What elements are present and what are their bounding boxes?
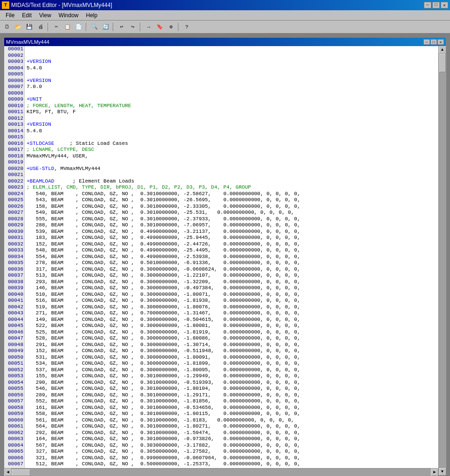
line-number: 00066: [4, 455, 24, 462]
line-number: 00051: [4, 360, 24, 367]
code-line: 155, BEAM , CONLOAD, GZ, NO , 0.30100000…: [27, 373, 436, 380]
h-scrollbar[interactable]: ◀ ▶: [4, 468, 438, 476]
code-line: 146, BEAM , CONLOAD, GZ, NO , 0.30000000…: [27, 285, 436, 292]
menu-file[interactable]: File: [2, 11, 18, 20]
h-scroll-track[interactable]: [12, 469, 431, 476]
line-number: 00029: [4, 222, 24, 229]
tb-save[interactable]: 💾: [24, 22, 34, 32]
tb-replace[interactable]: 🔄: [101, 22, 111, 32]
code-line: 278, BEAM , CONLOAD, GZ, NO , 0.50100000…: [27, 260, 436, 266]
app-icon: T: [2, 1, 9, 9]
line-number: 00056: [4, 392, 24, 399]
line-number: 00016: [4, 141, 24, 147]
code-line: 5.4.0: [27, 65, 436, 72]
v-scroll-down[interactable]: ▼: [439, 468, 446, 476]
code-line: 539, BEAM , CONLOAD, GZ, NO , 0.49900000…: [27, 229, 436, 235]
menu-edit[interactable]: Edit: [18, 11, 35, 20]
minimize-button[interactable]: ─: [424, 2, 431, 8]
tb-print[interactable]: 🖨: [35, 22, 46, 32]
line-number: 00023: [4, 184, 24, 191]
tb-help[interactable]: ?: [182, 22, 192, 32]
line-number: 00063: [4, 436, 24, 442]
line-number: 00001: [4, 46, 24, 53]
line-number: 00041: [4, 298, 24, 304]
menu-view[interactable]: View: [35, 11, 55, 20]
code-line: [27, 134, 436, 141]
code-line: 152, BEAM , CONLOAD, GZ, NO , 0.49900000…: [27, 241, 436, 248]
code-line: KIPS, FT, BTU, F: [27, 109, 436, 116]
h-scroll-thumb[interactable]: [12, 469, 30, 476]
tb-bookmark[interactable]: 🔖: [155, 22, 165, 32]
menu-bar: File Edit View Window Help: [0, 10, 450, 20]
line-number: 00061: [4, 423, 24, 430]
code-line: 549, BEAM , CONLOAD, GZ, NO , 0.30100000…: [27, 210, 436, 216]
inner-close-btn[interactable]: ✕: [437, 39, 444, 45]
line-number: 00039: [4, 285, 24, 292]
v-scroll-thumb[interactable]: [439, 54, 446, 72]
code-line: 564, BEAM , CONLOAD, GZ, NO , 0.30100000…: [27, 423, 436, 430]
line-number: 00043: [4, 310, 24, 317]
code-line: 513, BEAM , CONLOAD, GZ, NO , 0.30000000…: [27, 272, 436, 279]
code-line: 183, BEAM , CONLOAD, GZ, NO , 0.49900000…: [27, 235, 436, 241]
tb-paste[interactable]: 📄: [74, 22, 84, 32]
line-number: 00058: [4, 405, 24, 411]
code-line: [27, 116, 436, 122]
inner-title-text: MVmaxMVLMy444: [6, 39, 49, 45]
code-line: 543, BEAM , CONLOAD, GZ, NO , 0.30100000…: [27, 197, 436, 204]
tb-new[interactable]: 🗋: [2, 22, 12, 32]
line-number: 00060: [4, 417, 24, 424]
inner-controls: ─ □ ✕: [423, 39, 444, 45]
code-line: +BEAMLOAD ; Element Beam Loads: [27, 178, 436, 185]
code-line: [27, 172, 436, 178]
code-line: [27, 71, 436, 78]
inner-max-btn[interactable]: □: [430, 39, 437, 45]
menu-window[interactable]: Window: [55, 11, 82, 20]
v-scrollbar[interactable]: ▲ ▼: [438, 46, 446, 476]
line-number: 00064: [4, 442, 24, 449]
code-content[interactable]: +VERSION5.4.0+VERSION7.0.0+UNIT; FORCE, …: [25, 46, 438, 468]
v-scroll-track[interactable]: [439, 54, 446, 468]
sep2: [86, 23, 88, 31]
tb-find[interactable]: 🔍: [89, 22, 100, 32]
line-number: 00037: [4, 272, 24, 279]
tb-goto[interactable]: →: [143, 22, 154, 32]
line-number: 00005: [4, 71, 24, 78]
menu-help[interactable]: Help: [82, 11, 102, 20]
tb-open[interactable]: 📂: [13, 22, 23, 32]
tb-redo[interactable]: ↪: [128, 22, 138, 32]
code-line: 540, BEAM , CONLOAD, GZ, NO , 0.30100000…: [27, 191, 436, 197]
inner-min-btn[interactable]: ─: [423, 39, 430, 45]
code-line: 552, BEAM , CONLOAD, GZ, NO , 0.30100000…: [27, 398, 436, 405]
editor-area[interactable]: 0000100002000030000400005000060000700008…: [4, 46, 438, 468]
tb-undo[interactable]: ↩: [116, 22, 127, 32]
code-line: 510, BEAM , CONLOAD, GZ, NO , 0.30000000…: [27, 292, 436, 298]
code-line: 152, BEAM , CONLOAD, GZ, NO , 0.30000000…: [27, 348, 436, 354]
code-line: [27, 90, 436, 97]
code-line: 537, BEAM , CONLOAD, GZ, NO , 0.30000000…: [27, 367, 436, 374]
v-scroll-up[interactable]: ▲: [439, 46, 446, 54]
editor-wrapper: 0000100002000030000400005000060000700008…: [4, 46, 446, 476]
code-line: 516, BEAM , CONLOAD, GZ, NO , 0.30000000…: [27, 298, 436, 304]
line-number: 00008: [4, 90, 24, 97]
code-line: +USE-STLD, MVmaxMVLMy444: [27, 166, 436, 172]
h-scroll-right[interactable]: ▶: [431, 469, 438, 476]
line-number: 00032: [4, 241, 24, 248]
tb-copy[interactable]: 📋: [62, 22, 73, 32]
title-text: MIDAS/Text Editor - [MVmaxMVLMy444]: [11, 2, 112, 8]
line-number: 00017: [4, 147, 24, 153]
close-button[interactable]: ✕: [441, 2, 448, 8]
line-number: 00036: [4, 266, 24, 273]
tb-settings[interactable]: ⚙: [166, 22, 176, 32]
maximize-button[interactable]: □: [432, 2, 440, 8]
mdi-toolbar: 🗋 📂 💾 🖨 ✂ 📋 📄 🔍 🔄 ↩ ↪ → 🔖 ⚙ ?: [0, 20, 450, 34]
code-line: 534, BEAM , CONLOAD, GZ, NO , 0.30000000…: [27, 360, 436, 367]
line-number: 00028: [4, 216, 24, 223]
code-line: +STLDCASE ; Static Load Cases: [27, 141, 436, 147]
sep5: [178, 23, 180, 31]
code-line: ; FORCE, LENGTH, HEAT, TEMPERATURE: [27, 103, 436, 109]
h-scroll-left[interactable]: ◀: [4, 469, 12, 476]
code-line: 164, BEAM , CONLOAD, GZ, NO , 0.30100000…: [27, 436, 436, 442]
code-line: 531, BEAM , CONLOAD, GZ, NO , 0.30000000…: [27, 354, 436, 361]
tb-cut[interactable]: ✂: [51, 22, 61, 32]
line-number: 00052: [4, 367, 24, 374]
